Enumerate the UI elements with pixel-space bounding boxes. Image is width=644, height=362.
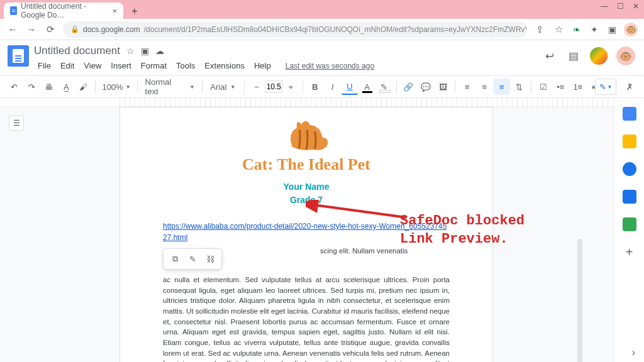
reload-icon[interactable]: ⟳ bbox=[44, 23, 57, 36]
formatting-toolbar: ↶ ↷ 🖶 A̲ 🖌 100%▼ Normal text▼ Arial▼ − +… bbox=[0, 75, 644, 98]
align-center-icon[interactable]: ≡ bbox=[477, 79, 492, 95]
document-heading: Cat: The Ideal Pet bbox=[163, 155, 450, 174]
collapse-sidepanel-icon[interactable]: › bbox=[632, 347, 635, 358]
menu-bar: File Edit View Insert Format Tools Exten… bbox=[34, 59, 542, 72]
edit-link-icon[interactable]: ✎ bbox=[185, 251, 200, 266]
tab-title: Untitled document - Google Do… bbox=[21, 2, 108, 19]
bulleted-list-icon[interactable]: •≡ bbox=[553, 79, 569, 95]
minimize-icon[interactable]: — bbox=[601, 2, 608, 11]
body-fragment: scing elit. Nullam venenatis bbox=[320, 247, 408, 255]
copy-link-icon[interactable]: ⧉ bbox=[167, 251, 182, 266]
zoom-select[interactable]: 100%▼ bbox=[99, 82, 133, 92]
menu-view[interactable]: View bbox=[80, 59, 105, 72]
vertical-scrollbar[interactable] bbox=[577, 239, 582, 362]
numbered-list-icon[interactable]: 1≡ bbox=[570, 79, 586, 95]
keep-addon-icon[interactable] bbox=[623, 134, 636, 148]
contacts-addon-icon[interactable] bbox=[623, 190, 636, 204]
checklist-icon[interactable]: ☑ bbox=[535, 79, 551, 95]
last-edit-link[interactable]: Last edit was seconds ago bbox=[282, 60, 378, 72]
back-icon[interactable]: ← bbox=[6, 23, 19, 36]
browser-tab-active[interactable]: ≡ Untitled document - Google Do… × bbox=[4, 3, 123, 19]
menu-insert[interactable]: Insert bbox=[107, 59, 135, 72]
menu-format[interactable]: Format bbox=[137, 59, 170, 72]
bold-button[interactable]: B bbox=[307, 79, 323, 95]
maps-addon-icon[interactable] bbox=[623, 217, 636, 231]
maximize-icon[interactable]: ☐ bbox=[617, 2, 624, 11]
grade-line: Grade 7 bbox=[163, 194, 450, 207]
redo-icon[interactable]: ↷ bbox=[23, 79, 39, 95]
align-justify-icon[interactable]: ≡ bbox=[494, 79, 509, 95]
version-history-icon[interactable]: ↩ bbox=[542, 48, 557, 63]
side-panel: + › bbox=[614, 98, 644, 362]
align-left-icon[interactable]: ≡ bbox=[459, 79, 475, 95]
font-size-stepper[interactable]: − + bbox=[248, 79, 299, 95]
line-spacing-icon[interactable]: ⇅ bbox=[511, 79, 527, 95]
print-icon[interactable]: 🖶 bbox=[41, 79, 57, 95]
calendar-addon-icon[interactable] bbox=[623, 107, 636, 121]
annotation-label: SafeDoc blocked Link Preview. bbox=[400, 212, 525, 248]
new-tab-button[interactable]: + bbox=[127, 4, 142, 19]
highlight-button[interactable]: ✎ bbox=[376, 79, 392, 95]
menu-help[interactable]: Help bbox=[250, 59, 275, 72]
window-controls: — ☐ ✕ bbox=[601, 2, 639, 11]
menu-edit[interactable]: Edit bbox=[57, 59, 78, 72]
body-paragraph[interactable]: ac nulla et elementum. Sed vulputate tel… bbox=[163, 275, 450, 362]
paint-format-icon[interactable]: 🖌 bbox=[75, 79, 91, 95]
reading-list-icon[interactable]: ▣ bbox=[606, 24, 618, 35]
browser-tab-strip: ≡ Untitled document - Google Do… × + — ☐… bbox=[0, 0, 644, 19]
text-color-button[interactable]: A bbox=[359, 79, 375, 95]
italic-button[interactable]: I bbox=[325, 79, 340, 95]
docs-favicon: ≡ bbox=[10, 6, 17, 15]
remove-link-icon[interactable]: ⛓ bbox=[203, 251, 218, 266]
docs-logo-icon[interactable] bbox=[8, 45, 29, 67]
extension-icons: ❧ ✦ ▣ 🐵 bbox=[571, 23, 638, 36]
decrease-font-icon[interactable]: − bbox=[248, 79, 265, 95]
horizontal-ruler[interactable] bbox=[0, 98, 644, 107]
link-options-popup: ⧉ ✎ ⛓ bbox=[163, 248, 222, 270]
spellcheck-icon[interactable]: A̲ bbox=[58, 79, 74, 95]
close-window-icon[interactable]: ✕ bbox=[633, 2, 639, 11]
font-size-input[interactable] bbox=[265, 80, 282, 93]
meet-icon[interactable] bbox=[590, 47, 608, 65]
menu-file[interactable]: File bbox=[34, 59, 55, 72]
lock-icon: 🔒 bbox=[70, 25, 79, 33]
hide-menus-icon[interactable]: ˆ bbox=[621, 79, 638, 95]
share-icon[interactable]: ⇪ bbox=[533, 23, 546, 36]
underline-button[interactable]: U bbox=[341, 79, 357, 95]
move-document-icon[interactable]: ▣ bbox=[141, 46, 149, 56]
menu-extensions[interactable]: Extensions bbox=[201, 59, 248, 72]
insert-link-icon[interactable]: 🔗 bbox=[401, 79, 416, 95]
url-field[interactable]: 🔒 docs.google.com/document/d/1P2maEsUlHS… bbox=[63, 21, 527, 38]
cloud-status-icon[interactable]: ☁ bbox=[155, 46, 164, 56]
extensions-puzzle-icon[interactable]: ✦ bbox=[589, 24, 600, 35]
insert-image-icon[interactable]: 🖼 bbox=[435, 79, 451, 95]
star-document-icon[interactable]: ☆ bbox=[126, 46, 135, 56]
url-path: /document/d/1P2maEsUlHSDm8o04DHICBx94qi7… bbox=[144, 25, 527, 34]
paragraph-style-select[interactable]: Normal text▼ bbox=[142, 77, 199, 96]
document-title[interactable]: Untitled document bbox=[34, 45, 120, 57]
add-comment-icon[interactable]: 💬 bbox=[418, 79, 433, 95]
editing-mode-button[interactable]: ✎▼ bbox=[595, 79, 616, 95]
forward-icon[interactable]: → bbox=[25, 23, 38, 36]
profile-avatar-icon[interactable]: 🐵 bbox=[624, 23, 638, 36]
font-select[interactable]: Arial▼ bbox=[206, 82, 240, 92]
get-addons-icon[interactable]: + bbox=[626, 245, 633, 260]
docs-header: Untitled document ☆ ▣ ☁ File Edit View I… bbox=[0, 40, 644, 75]
address-bar: ← → ⟳ 🔒 docs.google.com/document/d/1P2ma… bbox=[0, 19, 644, 40]
cat-illustration bbox=[272, 114, 341, 151]
menu-tools[interactable]: Tools bbox=[172, 59, 199, 72]
close-tab-icon[interactable]: × bbox=[112, 6, 117, 16]
tasks-addon-icon[interactable] bbox=[623, 162, 636, 176]
url-host: docs.google.com bbox=[83, 25, 140, 34]
undo-icon[interactable]: ↶ bbox=[6, 79, 22, 95]
outline-toggle-icon[interactable]: ☰ bbox=[9, 116, 24, 131]
author-name: Your Name bbox=[163, 180, 450, 194]
increase-font-icon[interactable]: + bbox=[282, 79, 299, 95]
comments-icon[interactable]: ▤ bbox=[566, 48, 581, 63]
account-avatar[interactable]: 🐵 bbox=[616, 47, 635, 65]
extension-leaf-icon[interactable]: ❧ bbox=[571, 24, 582, 35]
star-icon[interactable]: ☆ bbox=[552, 23, 565, 36]
